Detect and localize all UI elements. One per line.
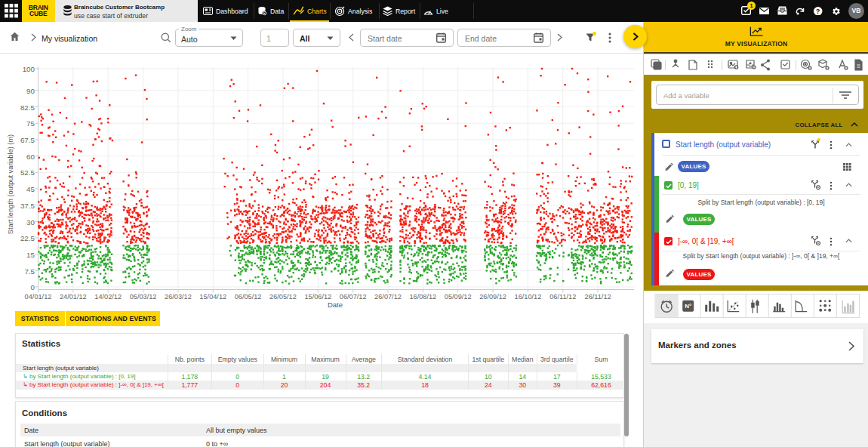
svg-text:N°: N°	[685, 303, 691, 310]
svg-text:?: ?	[816, 7, 820, 14]
